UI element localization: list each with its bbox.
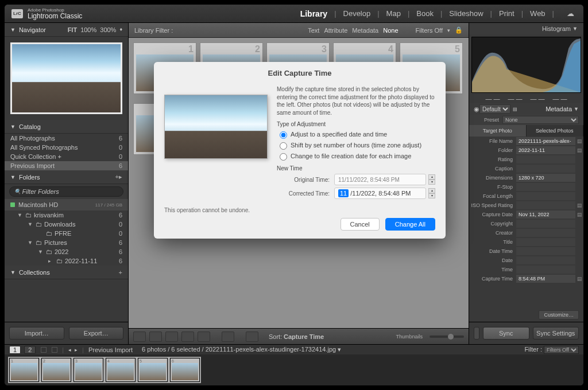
- fwd-icon[interactable]: ▸: [75, 347, 78, 353]
- metadata-header[interactable]: ◉ Default ▤ Metadata ▼: [469, 103, 583, 115]
- metadata-action-icon[interactable]: ▤: [575, 276, 583, 282]
- metadata-value[interactable]: [516, 183, 575, 191]
- grid-icon[interactable]: [52, 347, 57, 353]
- module-slideshow[interactable]: Slideshow: [447, 9, 485, 18]
- metadata-action-icon[interactable]: ▤: [575, 147, 583, 153]
- filmstrip-cell[interactable]: 2: [41, 358, 71, 382]
- customize-button[interactable]: Customize…: [539, 310, 579, 319]
- corrected-time-input[interactable]: 11/11/2022, 8:54:48 PM: [334, 188, 426, 199]
- filter-tab-text[interactable]: Text: [308, 27, 319, 34]
- folder-item[interactable]: ▼🗀Downloads0: [5, 220, 128, 229]
- metadata-value[interactable]: [516, 201, 575, 209]
- module-develop[interactable]: Develop: [341, 9, 373, 18]
- sort-dir-icon[interactable]: [246, 332, 258, 342]
- filter-tab-none[interactable]: None: [383, 27, 398, 34]
- loupe-view-icon[interactable]: [149, 332, 162, 342]
- sync-toggle-icon[interactable]: [474, 327, 479, 340]
- eye-icon[interactable]: ◉: [474, 106, 479, 113]
- tab-selected-photos[interactable]: Selected Photos: [527, 125, 584, 136]
- sync-button[interactable]: Sync: [483, 327, 529, 340]
- add-folder-icon[interactable]: +▸: [115, 173, 122, 181]
- catalog-item[interactable]: Quick Collection +0: [5, 152, 128, 161]
- preset-select[interactable]: None: [502, 116, 579, 124]
- metadata-action-icon[interactable]: ▤: [575, 138, 583, 144]
- module-web[interactable]: Web: [528, 9, 548, 18]
- metadata-value[interactable]: 2022-11-11: [516, 146, 575, 154]
- radio-adjust-datetime[interactable]: Adjust to a specified date and time: [277, 130, 435, 139]
- filmstrip-filter-select[interactable]: Filters Off: [544, 346, 579, 354]
- folder-item[interactable]: ▸🗀2022-11-116: [5, 256, 128, 266]
- monitor-1[interactable]: 1: [9, 346, 21, 354]
- filmstrip-cell[interactable]: 5: [138, 358, 168, 382]
- volume-row[interactable]: Macintosh HD 117 / 245 GB: [5, 199, 128, 210]
- filmstrip[interactable]: 1 2 3 4 5 6: [5, 354, 583, 385]
- radio-file-creation[interactable]: Change to file creation date for each im…: [277, 151, 435, 161]
- metadata-value[interactable]: [516, 155, 575, 163]
- cancel-button[interactable]: Cancel: [341, 218, 380, 231]
- compare-view-icon[interactable]: [165, 332, 178, 342]
- chevron-icon[interactable]: ▾: [447, 28, 450, 33]
- filmstrip-source[interactable]: Previous Import: [88, 346, 133, 353]
- sync-settings-button[interactable]: Sync Settings: [533, 327, 579, 340]
- survey-view-icon[interactable]: [181, 332, 194, 342]
- metadata-value[interactable]: 20221111-pexels-alex-: [516, 137, 575, 145]
- folders-header[interactable]: ▼ Folders +▸: [5, 170, 128, 184]
- export-button[interactable]: Export…: [69, 327, 124, 340]
- catalog-item-selected[interactable]: Previous Import6: [5, 161, 128, 170]
- filmstrip-cell[interactable]: 4: [106, 358, 136, 382]
- folder-item[interactable]: ▼🗀Pictures6: [5, 238, 128, 247]
- metadata-value[interactable]: [516, 165, 575, 173]
- people-view-icon[interactable]: [198, 332, 210, 342]
- module-book[interactable]: Book: [414, 9, 436, 18]
- cloud-sync-icon[interactable]: ☁: [564, 9, 577, 18]
- catalog-item[interactable]: All Synced Photographs0: [5, 143, 128, 152]
- catalog-item[interactable]: All Photographs6: [5, 134, 128, 143]
- filmstrip-cell[interactable]: 3: [74, 358, 103, 382]
- folder-item[interactable]: 🗀PFRE0: [5, 229, 128, 238]
- stepper[interactable]: ▴▾: [428, 188, 435, 198]
- metadata-value[interactable]: 8:54:48 PM: [516, 275, 575, 283]
- metadata-value[interactable]: [516, 247, 575, 255]
- metadata-action-icon[interactable]: ▤: [575, 212, 583, 217]
- add-collection-icon[interactable]: +: [119, 269, 122, 276]
- filter-tab-attribute[interactable]: Attribute: [324, 27, 347, 34]
- sort-value[interactable]: Capture Time: [284, 333, 324, 340]
- folder-item[interactable]: ▼🗀20226: [5, 247, 128, 256]
- folder-item[interactable]: ▼🗀krisvankim6: [5, 210, 128, 220]
- navigator-zoom[interactable]: FIT 100% 300% ♦: [68, 26, 122, 33]
- metadata-value[interactable]: [516, 220, 575, 228]
- navigator-preview[interactable]: [5, 37, 128, 120]
- catalog-header[interactable]: ▼ Catalog: [5, 120, 128, 134]
- histogram-header[interactable]: Histogram ▼: [469, 23, 583, 34]
- filmstrip-cell[interactable]: 1: [9, 358, 39, 382]
- module-map[interactable]: Map: [384, 9, 403, 18]
- metadata-value[interactable]: [516, 238, 575, 246]
- import-button[interactable]: Import…: [9, 327, 64, 340]
- metadata-value[interactable]: 1280 x 720: [516, 174, 575, 182]
- thumbnail-size-slider[interactable]: [430, 336, 464, 338]
- histogram[interactable]: [471, 37, 581, 93]
- change-all-button[interactable]: Change All: [385, 218, 435, 231]
- collections-header[interactable]: ▼ Collections +: [5, 266, 128, 279]
- filmstrip-cell[interactable]: 6: [170, 358, 200, 382]
- back-icon[interactable]: ◂: [68, 347, 71, 353]
- module-print[interactable]: Print: [497, 9, 517, 18]
- tab-target-photo[interactable]: Target Photo: [469, 125, 527, 136]
- grid-icon[interactable]: [41, 347, 47, 353]
- navigator-header[interactable]: ▼ Navigator FIT 100% 300% ♦: [5, 23, 128, 37]
- metadata-value[interactable]: [516, 256, 575, 264]
- radio-shift-hours[interactable]: Shift by set number of hours (time zone …: [277, 141, 435, 150]
- metadata-action-icon[interactable]: ▤: [575, 202, 583, 208]
- filters-off-label[interactable]: Filters Off: [416, 27, 443, 34]
- monitor-2[interactable]: 2: [24, 346, 36, 354]
- filter-tab-metadata[interactable]: Metadata: [352, 27, 378, 34]
- lock-icon[interactable]: 🔒: [455, 26, 463, 34]
- folder-search-input[interactable]: 🔍 Filter Folders: [9, 186, 123, 197]
- metadata-value[interactable]: [516, 192, 575, 200]
- painter-icon[interactable]: [222, 332, 234, 342]
- grid-view-icon[interactable]: [133, 332, 146, 342]
- metadata-value[interactable]: Nov 11, 2022: [516, 210, 575, 219]
- metadata-value[interactable]: [516, 229, 575, 237]
- module-library[interactable]: Library: [298, 9, 330, 18]
- metadata-view-select[interactable]: Default: [479, 104, 510, 114]
